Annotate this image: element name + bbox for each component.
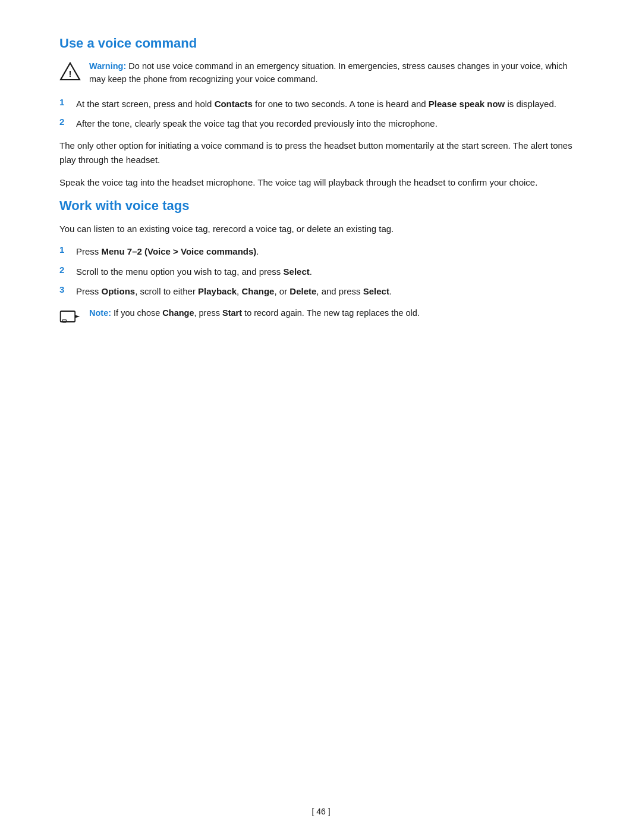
note-text: Note: If you chose Change, press Start t… bbox=[89, 306, 420, 319]
section1-para1: The only other option for initiating a v… bbox=[59, 139, 583, 167]
step-num-2: 2 bbox=[59, 117, 73, 127]
section1-para2: Speak the voice tag into the headset mic… bbox=[59, 175, 583, 190]
step2-num-2: 2 bbox=[59, 265, 73, 275]
warning-body: Do not use voice command in an emergency… bbox=[89, 61, 568, 84]
section2-intro: You can listen to an existing voice tag,… bbox=[59, 222, 583, 236]
step-text-1: At the start screen, press and hold Cont… bbox=[76, 97, 556, 111]
step-text-2: After the tone, clearly speak the voice … bbox=[76, 117, 438, 130]
section1-title: Use a voice command bbox=[59, 36, 583, 51]
page-content: Use a voice command ! Warning: Do not us… bbox=[0, 0, 642, 381]
page-footer: [ 46 ] bbox=[0, 807, 642, 816]
step2-text-2: Scroll to the menu option you wish to ta… bbox=[76, 265, 312, 278]
step2-text-1: Press Menu 7–2 (Voice > Voice commands). bbox=[76, 245, 259, 258]
warning-text: Warning: Do not use voice command in an … bbox=[89, 59, 583, 86]
step2-num-1: 1 bbox=[59, 245, 73, 255]
svg-text:!: ! bbox=[69, 68, 72, 79]
step-1-2: 2 After the tone, clearly speak the voic… bbox=[59, 117, 583, 130]
warning-triangle-icon: ! bbox=[59, 61, 81, 82]
step-2-2: 2 Scroll to the menu option you wish to … bbox=[59, 265, 583, 278]
step-1-1: 1 At the start screen, press and hold Co… bbox=[59, 97, 583, 111]
section2-steps: 1 Press Menu 7–2 (Voice > Voice commands… bbox=[59, 245, 583, 298]
step-2-1: 1 Press Menu 7–2 (Voice > Voice commands… bbox=[59, 245, 583, 258]
warning-box: ! Warning: Do not use voice command in a… bbox=[59, 59, 583, 86]
step2-text-3: Press Options, scroll to either Playback… bbox=[76, 284, 392, 298]
page-number: [ 46 ] bbox=[311, 807, 330, 816]
step-2-3: 3 Press Options, scroll to either Playba… bbox=[59, 284, 583, 298]
note-label: Note: bbox=[89, 308, 111, 318]
section1-steps: 1 At the start screen, press and hold Co… bbox=[59, 97, 583, 131]
warning-label: Warning: bbox=[89, 61, 126, 71]
svg-marker-3 bbox=[75, 315, 80, 318]
note-arrow-icon bbox=[59, 308, 81, 325]
step-num-1: 1 bbox=[59, 97, 73, 107]
step2-num-3: 3 bbox=[59, 284, 73, 294]
section2-title: Work with voice tags bbox=[59, 198, 583, 214]
note-body: If you chose Change, press Start to reco… bbox=[111, 308, 420, 318]
note-box: Note: If you chose Change, press Start t… bbox=[59, 306, 583, 325]
